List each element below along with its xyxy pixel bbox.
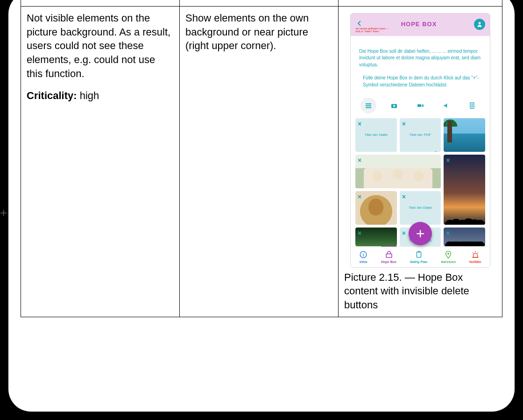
svg-rect-20 (417, 251, 420, 253)
problem-text: Not visible elements on the picture back… (27, 11, 174, 80)
file-icon[interactable] (464, 98, 480, 114)
profile-icon[interactable] (474, 19, 485, 30)
list-icon[interactable] (360, 98, 376, 114)
tile-file-1[interactable]: × Titel der Datei (355, 118, 397, 152)
sound-icon[interactable] (438, 98, 454, 114)
document-page: Not visible elements on the picture back… (8, 0, 515, 412)
nav-adressen[interactable]: Adressen (441, 250, 456, 264)
nav-label: Infos (360, 260, 368, 264)
hint-row: Fülle deine Hope Box in dem du durch Kli… (359, 75, 481, 88)
table-row: Not visible elements on the picture back… (21, 7, 502, 317)
sound-icon (433, 218, 438, 223)
add-button[interactable]: + (409, 222, 432, 245)
tile-photo-sunset[interactable]: × (444, 155, 485, 225)
nav-hopebox[interactable]: Hope Box (381, 245, 396, 264)
tile-label: Titel der PDF (402, 133, 439, 138)
app-title: HOPE BOX (401, 20, 437, 28)
app-header: HOPE BOX zeit werden gefiltratert Leben … (351, 14, 490, 36)
solution-text: Show elements on the own background or n… (185, 11, 332, 53)
nav-label: Notfälle (469, 260, 481, 264)
issue-table: Not visible elements on the picture back… (21, 0, 502, 317)
cell-screenshot: HOPE BOX zeit werden gefiltratert Leben … (339, 7, 502, 317)
tile-label: Titel der Datei (402, 206, 439, 211)
close-icon[interactable]: × (402, 229, 406, 238)
svg-rect-19 (417, 252, 421, 257)
tile-photo-extra[interactable]: × (444, 228, 485, 246)
svg-rect-1 (366, 104, 371, 105)
svg-rect-18 (386, 254, 392, 258)
camera-icon (478, 145, 482, 150)
close-icon[interactable]: × (446, 156, 450, 165)
svg-rect-6 (417, 105, 421, 107)
tile-pdf[interactable]: × Titel der PDF (400, 118, 441, 152)
svg-rect-11 (435, 151, 437, 152)
svg-point-5 (393, 105, 395, 107)
svg-point-0 (479, 22, 481, 24)
close-icon[interactable]: × (358, 120, 361, 128)
table-header-divider (21, 0, 502, 7)
nav-notfalle[interactable]: Notfälle (469, 250, 481, 264)
camera-icon (389, 218, 394, 223)
close-icon[interactable]: × (358, 156, 361, 165)
camera-icon (478, 218, 482, 223)
close-icon[interactable]: × (446, 120, 450, 128)
close-icon[interactable]: × (358, 229, 361, 238)
app-body: Die Hope Box soll dir dabei helfen, ... … (351, 36, 490, 95)
svg-line-23 (473, 253, 474, 254)
nav-label: Safety Plan (410, 260, 428, 264)
close-icon[interactable]: × (402, 192, 406, 201)
camera-icon (433, 182, 438, 186)
nav-label: Adressen (441, 260, 456, 264)
close-icon[interactable]: × (402, 120, 406, 128)
intro-text: Die Hope Box soll dir dabei helfen, ... … (359, 48, 481, 69)
tile-file-2[interactable]: × Titel der Datei (400, 191, 441, 225)
svg-rect-3 (366, 107, 371, 108)
svg-line-24 (477, 253, 478, 254)
svg-rect-2 (366, 106, 371, 107)
tile-photo-dog[interactable]: × (355, 191, 397, 225)
svg-text:i: i (363, 252, 364, 257)
criticality-label: Criticality: (27, 90, 77, 101)
hint-text: Fülle deine Hope Box in dem du durch Kli… (363, 75, 481, 88)
cell-problem: Not visible elements on the picture back… (21, 7, 180, 317)
header-sublabel: zeit werden gefiltratert Leben — nicht z… (355, 28, 393, 33)
camera-icon[interactable] (386, 98, 402, 114)
tile-photo-palm[interactable]: × (444, 118, 485, 152)
sound-icon (389, 145, 394, 150)
bottom-nav: i Infos Hope Box Safety Plan (351, 246, 490, 267)
filter-bar (351, 95, 490, 118)
edge-plus-mark: + (0, 206, 7, 220)
plus-icon: + (416, 226, 425, 241)
figure-caption: Picture 2.15. — Hope Box content with in… (344, 271, 496, 312)
close-icon[interactable]: × (446, 229, 450, 238)
video-icon[interactable] (412, 98, 428, 114)
nav-safetyplan[interactable]: Safety Plan (410, 250, 428, 264)
tile-photo-forest[interactable]: × (355, 228, 397, 246)
nav-label: Hope Box (381, 260, 396, 264)
tile-photo-family[interactable]: × (355, 155, 441, 188)
criticality-line: Criticality: high (27, 89, 174, 103)
svg-point-21 (447, 253, 449, 255)
criticality-value: high (80, 90, 99, 101)
app-screenshot: HOPE BOX zeit werden gefiltratert Leben … (350, 13, 490, 268)
tile-label: Titel der Datei (357, 133, 395, 138)
close-icon[interactable]: × (358, 192, 361, 201)
cell-solution: Show elements on the own background or n… (180, 7, 339, 317)
nav-infos[interactable]: i Infos (359, 250, 368, 264)
file-icon (433, 145, 438, 150)
